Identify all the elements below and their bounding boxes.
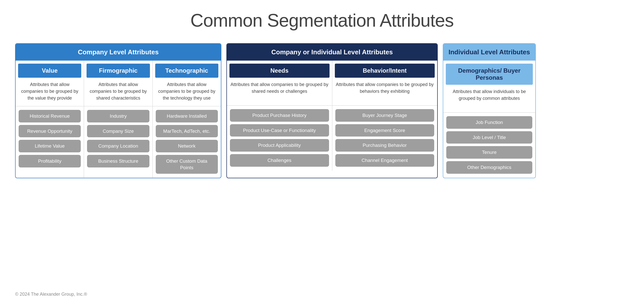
demographics-col-description: Attributes that allow individuals to be …: [443, 85, 535, 112]
tag-martech-adtech: MarTech, AdTech, etc.: [156, 125, 218, 138]
column-demographics: Demographics/ Buyer Personas Attributes …: [443, 61, 535, 178]
company-level-header: Company Level Attributes: [16, 44, 221, 61]
section-individual: Individual Level Attributes Demographics…: [443, 43, 536, 178]
value-tag-list: Historical Revenue Revenue Opportunity L…: [16, 106, 84, 171]
technographic-col-header: Technographic: [155, 64, 218, 78]
column-firmographic: Firmographic Attributes that allow compa…: [84, 61, 152, 178]
tag-profitability: Profitability: [19, 155, 81, 167]
individual-columns: Demographics/ Buyer Personas Attributes …: [443, 61, 535, 178]
tag-hardware-installed: Hardware Installed: [156, 110, 218, 122]
page-title: Common Segmentation Attributes: [190, 10, 454, 31]
tag-challenges: Challenges: [230, 154, 329, 167]
needs-col-header: Needs: [229, 64, 330, 78]
company-level-columns: Value Attributes that allow companies to…: [16, 61, 221, 178]
firmographic-col-description: Attributes that allow companies to be gr…: [84, 78, 152, 106]
tag-tenure: Tenure: [446, 146, 532, 159]
tag-job-function: Job Function: [446, 116, 532, 129]
tag-industry: Industry: [87, 110, 149, 122]
demographics-col-header: Demographics/ Buyer Personas: [446, 64, 533, 85]
tag-company-size: Company Size: [87, 125, 149, 138]
needs-tag-list: Product Purchase History Product Use-Cas…: [227, 106, 332, 171]
tag-other-custom-data: Other Custom Data Points: [156, 155, 218, 174]
tag-other-demographics: Other Demographics: [446, 161, 532, 174]
section-company-level: Company Level Attributes Value Attribute…: [15, 43, 221, 178]
tag-job-level-title: Job Level / Title: [446, 131, 532, 144]
behavior-col-header: Behavior/Intent: [335, 64, 435, 78]
tag-business-structure: Business Structure: [87, 155, 149, 167]
value-col-description: Attributes that allow companies to be gr…: [16, 78, 84, 106]
section-company-individual: Company or Individual Level Attributes N…: [226, 43, 438, 178]
company-individual-columns: Needs Attributes that allow companies to…: [227, 61, 437, 171]
column-value: Value Attributes that allow companies to…: [16, 61, 84, 178]
tag-company-location: Company Location: [87, 140, 149, 152]
tag-channel-engagement: Channel Engagement: [335, 154, 434, 167]
demographics-tag-list: Job Function Job Level / Title Tenure Ot…: [443, 113, 535, 178]
column-needs: Needs Attributes that allow companies to…: [227, 61, 332, 171]
firmographic-col-header: Firmographic: [87, 64, 150, 78]
tag-product-applicability: Product Applicability: [230, 139, 329, 152]
firmographic-tag-list: Industry Company Size Company Location B…: [84, 106, 152, 171]
tag-revenue-opportunity: Revenue Opportunity: [19, 125, 81, 138]
footer: © 2024 The Alexander Group, Inc.®: [15, 282, 629, 297]
column-technographic: Technographic Attributes that allow comp…: [153, 61, 221, 178]
tag-engagement-score: Engagement Score: [335, 124, 434, 137]
tag-lifetime-value: Lifetime Value: [19, 140, 81, 152]
main-grid: Company Level Attributes Value Attribute…: [15, 43, 629, 178]
technographic-col-description: Attributes that allow companies to be gr…: [153, 78, 221, 106]
tag-purchasing-behavior: Purchasing Behavior: [335, 139, 434, 152]
needs-col-description: Attributes that allow companies to be gr…: [227, 78, 332, 105]
column-behavior-intent: Behavior/Intent Attributes that allow co…: [332, 61, 437, 171]
technographic-tag-list: Hardware Installed MarTech, AdTech, etc.…: [153, 106, 221, 178]
behavior-tag-list: Buyer Journey Stage Engagement Score Pur…: [332, 106, 437, 171]
tag-product-purchase-history: Product Purchase History: [230, 109, 329, 122]
company-individual-header: Company or Individual Level Attributes: [227, 44, 437, 61]
tag-historical-revenue: Historical Revenue: [19, 110, 81, 122]
individual-header: Individual Level Attributes: [443, 44, 535, 61]
value-col-header: Value: [18, 64, 81, 78]
tag-network: Network: [156, 140, 218, 152]
tag-product-use-case: Product Use-Case or Functionality: [230, 124, 329, 137]
behavior-col-description: Attributes that allow companies to be gr…: [332, 78, 437, 105]
tag-buyer-journey-stage: Buyer Journey Stage: [335, 109, 434, 122]
